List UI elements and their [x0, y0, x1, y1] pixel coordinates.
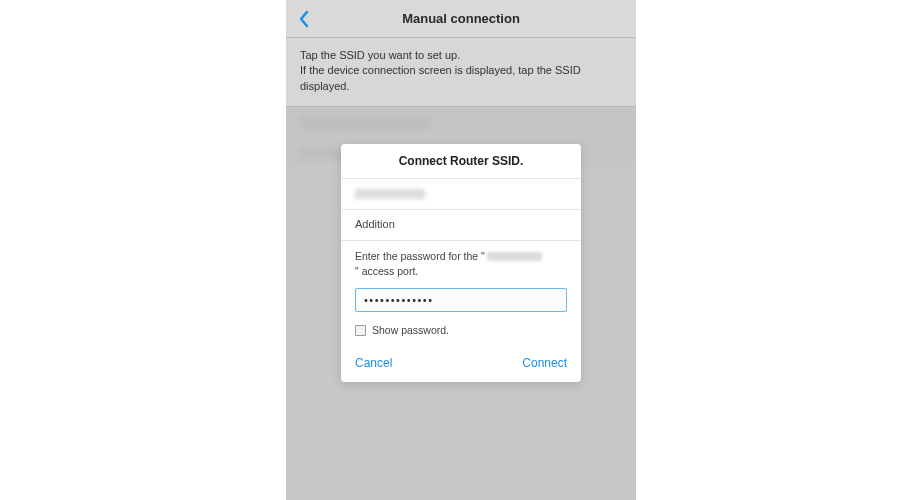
show-password-checkbox[interactable]	[355, 325, 366, 336]
dialog-ssid-redacted	[355, 189, 425, 199]
cancel-button[interactable]: Cancel	[355, 356, 392, 370]
ssid-item[interactable]	[286, 107, 636, 135]
screen: Manual connection Tap the SSID you want …	[286, 0, 636, 500]
prompt-suffix: " access port.	[355, 264, 418, 279]
password-prompt: Enter the password for the "" access por…	[341, 241, 581, 282]
back-button[interactable]	[296, 9, 312, 29]
header: Manual connection	[286, 0, 636, 38]
instruction-line2: If the device connection screen is displ…	[300, 63, 622, 94]
password-input[interactable]	[355, 288, 567, 312]
instruction-line1: Tap the SSID you want to set up.	[300, 48, 622, 63]
chevron-left-icon	[298, 10, 310, 28]
dialog-ssid-row	[341, 179, 581, 209]
show-password-row: Show password.	[341, 314, 581, 350]
ssid-name-redacted	[300, 117, 430, 129]
page-title: Manual connection	[286, 11, 636, 26]
connect-button[interactable]: Connect	[522, 356, 567, 370]
dialog-actions: Cancel Connect	[341, 350, 581, 382]
password-input-wrapper	[341, 282, 581, 314]
show-password-label: Show password.	[372, 324, 449, 336]
prompt-prefix: Enter the password for the "	[355, 249, 485, 264]
dialog-title: Connect Router SSID.	[341, 144, 581, 178]
instruction-text: Tap the SSID you want to set up. If the …	[286, 38, 636, 107]
addition-label: Addition	[341, 210, 581, 240]
prompt-ssid-redacted	[487, 252, 542, 261]
connect-ssid-dialog: Connect Router SSID. Addition Enter the …	[341, 144, 581, 382]
